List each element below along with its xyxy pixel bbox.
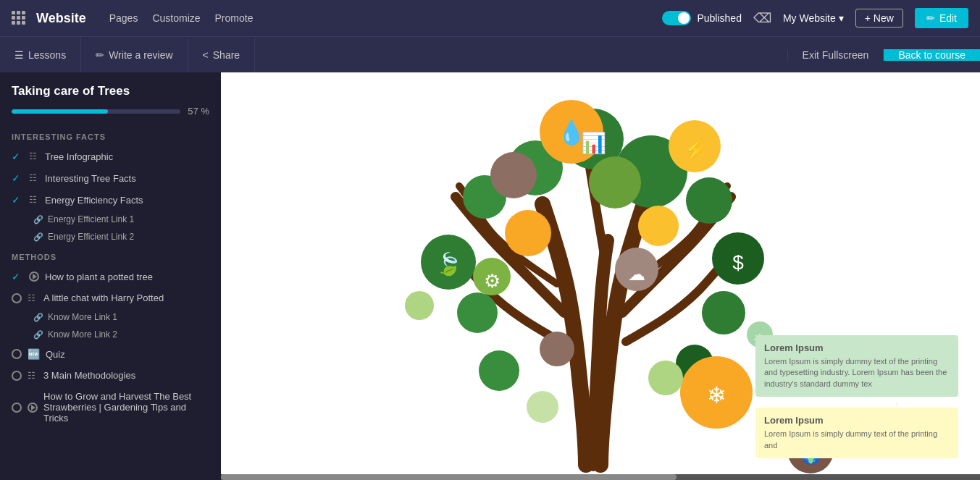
sub-item-label: Know More Link 1 — [48, 312, 117, 322]
chevron-down-icon: ▾ — [839, 12, 844, 24]
nav-promote[interactable]: Promote — [215, 12, 254, 24]
svg-point-14 — [638, 206, 679, 246]
sub-know-more-1[interactable]: 🔗 Know More Link 1 — [0, 308, 221, 326]
play-icon — [29, 271, 39, 282]
lorem-box-green: Lorem Ipsum Lorem Ipsum is simply dummy … — [755, 335, 958, 397]
nav-right: Published ⌫ My Website ▾ + New ✏ Edit — [662, 8, 968, 28]
svg-point-9 — [479, 350, 519, 391]
svg-point-18 — [540, 332, 574, 366]
lesson-label: A little chat with Harry Potted — [43, 292, 164, 303]
lesson-label: Quiz — [46, 349, 65, 360]
share-tab[interactable]: < Share — [188, 37, 256, 72]
progress-bar — [12, 109, 180, 114]
mobile-preview-icon[interactable]: ⌫ — [753, 10, 771, 26]
check-icon: ✓ — [12, 172, 23, 184]
svg-text:☁: ☁ — [628, 264, 645, 284]
lesson-quiz[interactable]: 🆕 Quiz — [0, 343, 221, 365]
sidebar: Taking care of Trees 57 % INTERESTING FA… — [0, 72, 221, 480]
link-icon: 🔗 — [33, 232, 43, 242]
doc-icon: ☷ — [29, 151, 39, 161]
sub-item-label: Energy Efficient Link 2 — [48, 232, 134, 242]
lorem-yellow-title: Lorem Ipsum — [764, 415, 950, 426]
top-navigation: Website Pages Customize Promote Publishe… — [0, 0, 980, 36]
site-logo: Website — [36, 11, 86, 26]
second-nav-left: ☰ Lessons ✏ Write a review < Share — [0, 37, 787, 72]
sub-item-label: Energy Efficient Link 1 — [48, 214, 134, 224]
progress-container: 57 % — [0, 103, 221, 125]
published-label: Published — [697, 12, 742, 24]
pencil-icon: ✏ — [96, 49, 104, 61]
exit-fullscreen-button[interactable]: Exit Fullscreen — [787, 49, 884, 61]
link-icon: 🔗 — [33, 330, 43, 340]
lesson-strawberries[interactable]: How to Grow and Harvest The Best Strawbe… — [0, 386, 221, 429]
sub-energy-link-2[interactable]: 🔗 Energy Efficient Link 2 — [0, 228, 221, 245]
main-layout: Taking care of Trees 57 % INTERESTING FA… — [0, 72, 980, 480]
svg-text:⚙: ⚙ — [484, 270, 501, 292]
lorem-box-yellow: Lorem Ipsum Lorem Ipsum is simply dummy … — [755, 408, 958, 458]
lesson-tree-infographic[interactable]: ✓ ☷ Tree Infographic — [0, 146, 221, 167]
circle-icon — [12, 371, 22, 381]
doc-icon: ☷ — [28, 293, 38, 303]
published-toggle-container: Published — [662, 11, 742, 25]
tree-infographic: 💧 📊 ⚡ 🍃 ☁ $ ⚙ ☀ ❄ — [221, 72, 980, 480]
lesson-tree-facts[interactable]: ✓ ☷ Interesting Tree Facts — [0, 167, 221, 189]
nav-pages[interactable]: Pages — [109, 12, 138, 24]
circle-icon — [12, 349, 22, 359]
nav-links: Pages Customize Promote — [109, 12, 645, 24]
svg-text:❄: ❄ — [707, 382, 726, 408]
course-title: Taking care of Trees — [0, 72, 221, 103]
share-icon: < — [203, 49, 209, 61]
link-icon: 🔗 — [33, 215, 43, 224]
link-icon: 🔗 — [33, 313, 43, 322]
back-to-course-button[interactable]: Back to course — [883, 49, 980, 61]
content-area: 💧 📊 ⚡ 🍃 ☁ $ ⚙ ☀ ❄ — [221, 72, 980, 480]
new-button[interactable]: + New — [855, 9, 903, 28]
lesson-label: Energy Efficiency Facts — [45, 195, 143, 206]
edit-button[interactable]: ✏ Edit — [915, 8, 968, 28]
sub-know-more-2[interactable]: 🔗 Know More Link 2 — [0, 326, 221, 343]
lesson-label: Interesting Tree Facts — [45, 173, 136, 184]
svg-point-23 — [405, 291, 434, 320]
svg-point-8 — [702, 291, 745, 334]
doc-icon: ☷ — [29, 173, 39, 183]
check-icon: ✓ — [12, 151, 23, 162]
lesson-3-methodologies[interactable]: ☷ 3 Main Methodologies — [0, 365, 221, 386]
lesson-label: How to Grow and Harvest The Best Strawbe… — [43, 391, 212, 424]
published-toggle[interactable] — [662, 11, 691, 25]
horizontal-scrollbar[interactable] — [221, 474, 980, 480]
svg-point-16 — [490, 152, 537, 198]
svg-text:🍃: 🍃 — [435, 251, 463, 277]
progress-text: 57 % — [188, 106, 209, 117]
second-nav-right: Exit Fullscreen Back to course — [787, 37, 980, 72]
circle-icon — [12, 403, 22, 413]
scrollbar-thumb — [221, 474, 677, 480]
second-navigation: ☰ Lessons ✏ Write a review < Share Exit … — [0, 36, 980, 72]
svg-point-4 — [686, 177, 732, 224]
my-website-button[interactable]: My Website ▾ — [783, 12, 844, 24]
doc-icon: ☷ — [28, 371, 38, 381]
lessons-tab[interactable]: ☰ Lessons — [0, 37, 81, 72]
doc-icon: ☷ — [29, 195, 39, 205]
lesson-energy-facts[interactable]: ✓ ☷ Energy Efficiency Facts — [0, 189, 221, 211]
check-icon: ✓ — [12, 271, 23, 282]
section-methods: METHODS — [0, 245, 221, 266]
lorem-green-text: Lorem Ipsum is simply dummy text of the … — [764, 356, 950, 390]
grid-icon — [12, 11, 26, 25]
sub-item-label: Know More Link 2 — [48, 329, 117, 340]
sub-energy-link-1[interactable]: 🔗 Energy Efficient Link 1 — [0, 211, 221, 228]
svg-text:⚡: ⚡ — [682, 138, 708, 162]
lesson-harry-potted[interactable]: ☷ A little chat with Harry Potted — [0, 287, 221, 308]
content-frame: 💧 📊 ⚡ 🍃 ☁ $ ⚙ ☀ ❄ — [221, 72, 980, 480]
write-review-tab[interactable]: ✏ Write a review — [81, 37, 188, 72]
svg-point-24 — [589, 156, 641, 209]
lesson-label: Tree Infographic — [45, 151, 113, 162]
progress-fill — [12, 109, 108, 114]
svg-point-20 — [648, 361, 683, 395]
section-interesting-facts: INTERESTING FACTS — [0, 125, 221, 146]
list-icon: ☰ — [14, 49, 24, 61]
nav-customize[interactable]: Customize — [152, 12, 200, 24]
svg-point-21 — [527, 391, 558, 423]
lesson-plant-tree[interactable]: ✓ How to plant a potted tree — [0, 266, 221, 287]
check-icon: ✓ — [12, 194, 23, 206]
pencil-icon: ✏ — [926, 12, 935, 24]
